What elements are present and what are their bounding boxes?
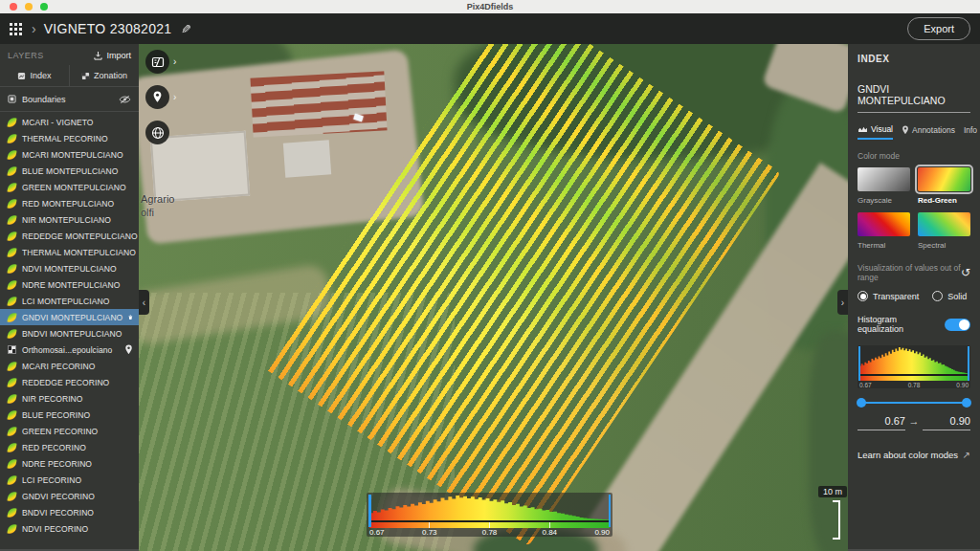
leaf-icon [8,133,17,143]
slider-handle-max[interactable] [962,398,971,408]
layer-item[interactable]: GREEN PECORINO [0,423,139,439]
leaf-icon [8,523,17,534]
layer-item[interactable]: LCI MONTEPULCIANO [0,293,139,309]
range-min-input[interactable]: 0.67 [858,415,905,430]
tab-index[interactable]: Index [0,65,69,86]
external-link-icon: ↗ [963,450,970,460]
layer-item[interactable]: MCARI PECORINO [0,358,139,374]
leaf-icon [8,198,17,209]
app-header: › VIGNETO 23082021 ✎ Export [0,13,980,44]
slider-handle-min[interactable] [857,398,866,408]
panel-histogram-handle-left[interactable] [858,346,860,381]
layer-item-label: NDVI MONTEPULCIANO [22,264,133,274]
zoom-to-layer-icon[interactable] [124,344,133,355]
layer-item[interactable]: RED PECORINO [0,439,139,455]
collapse-left-sidebar-handle[interactable]: ‹ [139,290,149,315]
import-button[interactable]: Import [94,51,131,61]
layer-item[interactable]: THERMAL MONTEPULCIANO [0,244,139,260]
histogram-equalization-toggle[interactable] [945,319,970,331]
reset-icon[interactable]: ↺ [961,268,970,277]
layer-item-label: REDEDGE PECORINO [22,378,133,387]
layer-item[interactable]: NDRE PECORINO [0,455,139,472]
leaf-icon [8,361,17,371]
expand-compare-icon[interactable]: › [173,56,176,67]
tab-visual[interactable]: Visual [858,124,893,140]
expand-locate-icon[interactable]: › [173,92,176,102]
histogram-handle-left[interactable] [368,495,371,527]
tab-annotations[interactable]: Annotations [902,125,955,139]
tab-info[interactable]: Info [964,125,977,139]
layer-item[interactable]: NIR MONTEPULCIANO [0,211,139,228]
range-max-input[interactable]: 0.90 [923,415,970,430]
delete-layer-icon[interactable] [128,312,133,322]
layer-item[interactable]: THERMAL PECORINO [0,130,139,146]
leaf-icon [8,117,17,127]
export-button[interactable]: Export [907,17,970,40]
layer-item-label: THERMAL MONTEPULCIANO [22,248,136,257]
panel-histogram-ticks: 0.67 0.78 0.90 [859,382,969,388]
boundaries-row[interactable]: Boundaries [0,87,139,112]
panel-histogram-handle-right[interactable] [968,346,969,381]
layer-item[interactable]: MCARI MONTEPULCIANO [0,146,139,163]
layer-item[interactable]: RED MONTEPULCIANO [0,195,139,211]
map-place-label: Agrario olfi [141,192,174,219]
visibility-off-icon[interactable] [119,95,131,104]
layer-item[interactable]: REDEDGE PECORINO [0,374,139,390]
index-panel-title: INDEX [858,54,970,64]
layer-item-label: LCI MONTEPULCIANO [22,297,133,306]
layer-item[interactable]: BNDVI PECORINO [0,504,139,520]
selected-layer-name[interactable]: GNDVI MONTEPULCIANO [858,83,970,113]
radio-solid[interactable]: Solid [932,291,967,301]
leaf-icon [8,247,17,257]
compare-layers-button[interactable] [145,50,169,74]
layer-item-label: LCI PECORINO [22,475,133,485]
layer-item[interactable]: BNDVI MONTEPULCIANO [0,325,139,342]
leaf-icon [8,328,17,339]
annotations-pin-icon [902,125,909,135]
layer-item[interactable]: Orthomosai...epoulciano [0,342,139,358]
basemap-globe-button[interactable] [145,121,169,144]
histogram-tick-labels: 0.67 0.73 0.78 0.84 0.90 [369,528,610,537]
globe-icon [151,126,165,140]
spectral-swatch [918,212,970,236]
layer-item[interactable]: MCARI - VIGNETO [0,114,139,130]
layer-item-label: GREEN MONTEPULCIANO [22,183,133,192]
map-feature [283,140,331,177]
layer-item[interactable]: BLUE PECORINO [0,407,139,423]
import-icon [94,51,102,61]
layer-item[interactable]: LCI PECORINO [0,472,139,488]
thermal-swatch [858,212,910,236]
layer-item[interactable]: NDVI PECORINO [0,520,139,537]
color-mode-grayscale[interactable]: Grayscale [858,167,910,205]
leaf-icon [8,426,17,436]
home-grid-icon[interactable] [10,23,22,35]
color-mode-spectral[interactable]: Spectral [918,212,970,250]
radio-selected-icon [858,291,868,301]
tab-zonation[interactable]: Zonation [69,65,139,86]
grayscale-swatch [858,167,910,191]
layer-item[interactable]: NIR PECORINO [0,390,139,407]
leaf-icon [8,165,17,176]
layer-item-label: GREEN PECORINO [22,427,133,436]
leaf-icon [8,409,17,420]
layer-item[interactable]: GNDVI PECORINO [0,488,139,504]
histogram-handle-right[interactable] [609,495,612,527]
layer-item[interactable]: GREEN MONTEPULCIANO [0,179,139,195]
boundaries-icon [8,94,16,104]
layer-item[interactable]: NDVI MONTEPULCIANO [0,260,139,276]
layer-item[interactable]: REDEDGE MONTEPULCIANO [0,228,139,244]
color-mode-red-green[interactable]: Red-Green [918,167,970,205]
locate-button[interactable] [145,85,169,109]
satellite-map[interactable]: Agrario olfi › › ‹ › [139,44,848,551]
leaf-icon [8,149,17,160]
collapse-right-panel-handle[interactable]: › [837,290,848,315]
histogram-bars [369,496,610,520]
orthomosaic-icon [8,345,16,354]
learn-color-modes-link[interactable]: Learn about color modes ↗ [858,450,970,460]
layer-item[interactable]: NDRE MONTEPULCIANO [0,276,139,293]
radio-transparent[interactable]: Transparent [858,291,919,301]
layer-item[interactable]: GNDVI MONTEPULCIANO [0,309,139,325]
color-mode-thermal[interactable]: Thermal [858,212,910,250]
layer-item[interactable]: BLUE MONTEPULCIANO [0,163,139,179]
edit-title-icon[interactable]: ✎ [181,22,191,36]
